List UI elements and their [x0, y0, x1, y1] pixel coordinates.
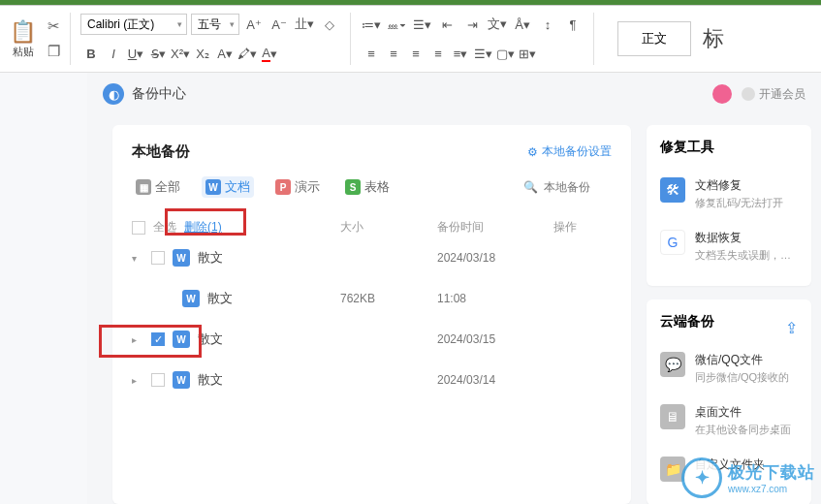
align-left-button[interactable]: ≡: [361, 43, 382, 64]
excel-icon: S: [345, 179, 361, 195]
font-color-button[interactable]: A▾: [259, 43, 280, 64]
row-checkbox[interactable]: [151, 373, 165, 387]
decrease-font-button[interactable]: A⁻: [268, 14, 290, 35]
word-icon: W: [182, 290, 200, 307]
local-backup-settings-link[interactable]: ⚙ 本地备份设置: [527, 143, 612, 160]
file-date: 2024/03/14: [437, 373, 553, 387]
italic-button[interactable]: I: [103, 43, 124, 64]
data-recovery-icon: G: [660, 230, 685, 255]
tab-all[interactable]: ▦全部: [132, 176, 184, 198]
text-effects-button[interactable]: A▾: [214, 43, 236, 64]
font-name-select[interactable]: Calibri (正文): [80, 14, 187, 35]
superscript-button[interactable]: X²▾: [170, 43, 191, 64]
line-spacing-button[interactable]: ☰▾: [472, 43, 493, 64]
search-box[interactable]: 🔍: [523, 180, 612, 194]
col-date: 备份时间: [437, 219, 553, 236]
bullets-button[interactable]: ≔▾: [361, 14, 382, 35]
font-size-select[interactable]: 五号: [191, 14, 239, 35]
search-icon: 🔍: [523, 180, 538, 194]
doc-repair-item[interactable]: 🛠 文档修复 修复乱码/无法打开: [660, 168, 798, 220]
col-size: 大小: [340, 219, 437, 236]
avatar[interactable]: [712, 84, 732, 104]
repair-title: 修复工具: [660, 139, 798, 156]
bold-button[interactable]: B: [80, 43, 102, 64]
backup-center-icon: ◐: [103, 83, 124, 105]
underline-button[interactable]: U▾: [125, 43, 146, 64]
increase-font-button[interactable]: A⁺: [243, 14, 265, 35]
paste-label: 粘贴: [13, 45, 34, 59]
tab-doc[interactable]: W文档: [202, 176, 254, 198]
file-size: 762KB: [340, 292, 437, 305]
table-row[interactable]: ▸ ✓ W 散文 2024/03/15: [132, 319, 612, 360]
chevron-down-icon[interactable]: ▾: [132, 253, 143, 264]
word-icon: W: [205, 179, 221, 195]
file-name: 散文: [207, 290, 340, 307]
change-case-button[interactable]: 㐀▾: [294, 14, 315, 35]
grid-icon: ▦: [136, 179, 151, 195]
borders-button[interactable]: ⊞▾: [517, 43, 538, 64]
select-all-label: 全选: [153, 219, 176, 236]
sort-button[interactable]: ↕: [537, 14, 558, 35]
chevron-right-icon[interactable]: ▸: [132, 375, 143, 386]
row-checkbox[interactable]: ✓: [151, 332, 165, 346]
file-time: 11:08: [437, 292, 553, 305]
ppt-icon: P: [275, 179, 291, 195]
highlight-button[interactable]: 🖍▾: [237, 43, 258, 64]
delete-link[interactable]: 删除(1): [184, 219, 222, 236]
word-icon: W: [173, 371, 190, 389]
cut-icon[interactable]: ✂: [47, 17, 60, 35]
word-icon: W: [173, 249, 190, 267]
tab-xls[interactable]: S表格: [341, 176, 394, 198]
watermark: ✦ 极光下载站 www.xz7.com: [681, 457, 815, 498]
desktop-icon: 🖥: [660, 404, 685, 429]
distribute-button[interactable]: ≡▾: [450, 43, 471, 64]
word-icon: W: [173, 331, 190, 348]
tab-ppt[interactable]: P演示: [271, 176, 324, 198]
cloud-backup-title: 云端备份: [660, 313, 714, 331]
col-op: 操作: [553, 219, 612, 236]
table-row[interactable]: ▾ W 散文 2024/03/18: [132, 237, 612, 278]
gear-icon: ⚙: [527, 145, 538, 159]
wechat-icon: 💬: [660, 352, 685, 377]
increase-indent-button[interactable]: ⇥: [461, 14, 483, 35]
desktop-files-item[interactable]: 🖥 桌面文件 在其他设备同步桌面: [660, 394, 798, 447]
vip-icon: [742, 87, 755, 101]
align-button[interactable]: Å▾: [512, 14, 533, 35]
table-row[interactable]: W 散文 762KB 11:08: [132, 278, 612, 319]
data-recovery-item[interactable]: G 数据恢复 文档丢失或误删，…: [660, 220, 798, 272]
panel-title: 备份中心: [132, 85, 186, 103]
align-right-button[interactable]: ≡: [405, 43, 426, 64]
file-name: 散文: [198, 331, 340, 348]
shading-button[interactable]: ▢▾: [494, 43, 516, 64]
style-normal[interactable]: 正文: [617, 21, 691, 56]
doc-repair-icon: 🛠: [660, 177, 685, 203]
align-center-button[interactable]: ≡: [383, 43, 404, 64]
clear-format-button[interactable]: ◇: [319, 14, 340, 35]
search-input[interactable]: [544, 180, 612, 194]
table-row[interactable]: ▸ W 散文 2024/03/14: [132, 360, 612, 400]
local-backup-title: 本地备份: [132, 142, 190, 161]
wechat-qq-item[interactable]: 💬 微信/QQ文件 同步微信/QQ接收的: [660, 342, 798, 394]
vip-link[interactable]: 开通会员: [742, 86, 805, 103]
row-checkbox[interactable]: [151, 251, 165, 265]
file-name: 散文: [198, 249, 340, 267]
style-heading-partial[interactable]: 标: [703, 24, 724, 53]
copy-icon[interactable]: ❐: [47, 43, 60, 60]
show-marks-button[interactable]: ¶: [562, 14, 584, 35]
file-date: 2024/03/18: [437, 251, 553, 265]
file-name: 散文: [198, 371, 340, 389]
chevron-right-icon[interactable]: ▸: [132, 334, 143, 345]
multilevel-button[interactable]: ☰▾: [411, 14, 432, 35]
justify-button[interactable]: ≡: [427, 43, 449, 64]
subscript-button[interactable]: X₂: [192, 43, 213, 64]
file-date: 2024/03/15: [437, 332, 553, 346]
upload-icon[interactable]: ⇪: [785, 319, 798, 337]
numbering-button[interactable]: ⅏▾: [386, 14, 407, 35]
paste-button[interactable]: 📋 粘贴: [10, 19, 36, 59]
clipboard-icon: 📋: [10, 19, 36, 45]
select-all-checkbox[interactable]: [132, 221, 145, 235]
watermark-logo-icon: ✦: [681, 457, 722, 498]
decrease-indent-button[interactable]: ⇤: [436, 14, 458, 35]
strike-button[interactable]: S̶▾: [147, 43, 169, 64]
text-direction-button[interactable]: 文▾: [487, 14, 508, 35]
